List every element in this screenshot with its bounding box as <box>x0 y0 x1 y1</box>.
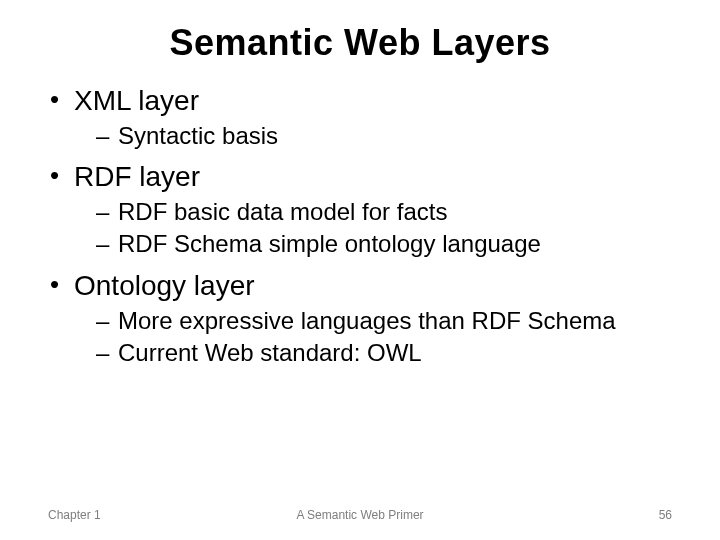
sub-list: More expressive languages than RDF Schem… <box>74 305 672 370</box>
footer-page-number: 56 <box>659 508 672 522</box>
sub-item: Current Web standard: OWL <box>96 337 672 369</box>
slide-footer: Chapter 1 A Semantic Web Primer 56 <box>0 508 720 522</box>
footer-left: Chapter 1 <box>48 508 101 522</box>
bullet-item: Ontology layer More expressive languages… <box>48 267 672 370</box>
sub-item: RDF Schema simple ontology language <box>96 228 672 260</box>
bullet-item: RDF layer RDF basic data model for facts… <box>48 158 672 261</box>
sub-list: Syntactic basis <box>74 120 672 152</box>
bullet-label: RDF layer <box>74 161 200 192</box>
sub-item: Syntactic basis <box>96 120 672 152</box>
bullet-item: XML layer Syntactic basis <box>48 82 672 152</box>
sub-list: RDF basic data model for facts RDF Schem… <box>74 196 672 261</box>
sub-item: RDF basic data model for facts <box>96 196 672 228</box>
bullet-label: XML layer <box>74 85 199 116</box>
slide-body: XML layer Syntactic basis RDF layer RDF … <box>0 74 720 369</box>
slide-title: Semantic Web Layers <box>0 0 720 74</box>
slide: Semantic Web Layers XML layer Syntactic … <box>0 0 720 540</box>
bullet-label: Ontology layer <box>74 270 255 301</box>
footer-center: A Semantic Web Primer <box>0 508 720 522</box>
sub-item: More expressive languages than RDF Schem… <box>96 305 672 337</box>
bullet-list: XML layer Syntactic basis RDF layer RDF … <box>48 82 672 369</box>
